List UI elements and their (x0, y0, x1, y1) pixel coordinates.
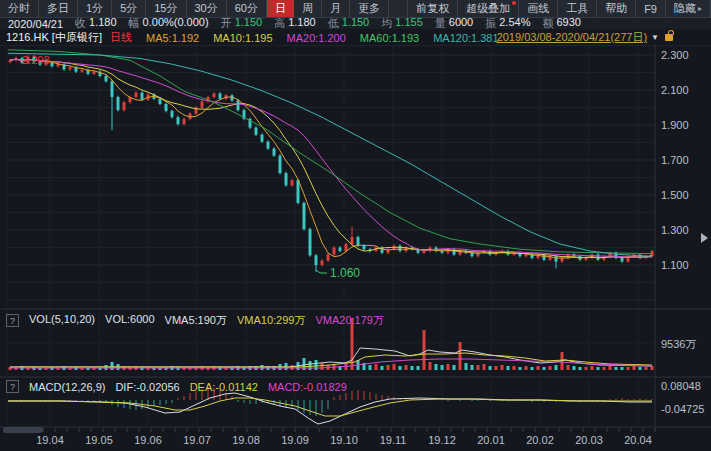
month-axis-label: 20.03 (575, 434, 603, 446)
ma-legend-item: MA5:1.192 (146, 32, 199, 44)
volume-bar (519, 367, 522, 370)
lowest-price-marker: 1.060 (330, 266, 360, 280)
expand-panel-arrow-icon[interactable] (701, 233, 708, 243)
candle-body (399, 246, 402, 251)
quote-fields: 收1.180幅0.00%(0.000)开1.150高1.180低1.150均1.… (75, 16, 581, 31)
price-axis-label: 1.900 (661, 119, 689, 131)
kline-type-label[interactable]: 日线 (110, 30, 132, 45)
macd-pane-legend: ? MACD(12,26,9)DIF:-0.02056DEA:-0.01142M… (6, 380, 347, 393)
help-icon[interactable]: ? (6, 314, 19, 327)
quote-field-value: 2.54% (499, 16, 530, 31)
volume-bar (411, 366, 414, 370)
candle-body (177, 117, 180, 124)
volume-bar (555, 365, 558, 370)
price-axis-label: 1.300 (661, 224, 689, 236)
candle-body (621, 258, 624, 262)
volume-bar (495, 366, 498, 370)
volume-bar (429, 362, 432, 370)
period-tab-30分[interactable]: 30分 (187, 0, 227, 17)
volume-bar (597, 367, 600, 370)
volume-legend-values: VOL(5,10,20)VOL:6000VMA5:190万VMA10:299万V… (29, 313, 384, 328)
chevron-right-icon: ▸ (698, 4, 702, 13)
candle-body (321, 261, 324, 265)
period-tab-60分[interactable]: 60分 (227, 0, 267, 17)
volume-bar (417, 366, 420, 370)
period-tab-1分[interactable]: 1分 (78, 0, 112, 17)
period-tab-周[interactable]: 周 (294, 0, 322, 17)
macd-scale-max-label: 0.08048 (661, 380, 701, 392)
period-tab-更多[interactable]: 更多 (350, 0, 389, 17)
period-tab-多日[interactable]: 多日 (39, 0, 78, 17)
volume-legend-segment: VMA10:299万 (237, 313, 305, 328)
toolbar-action-画线[interactable]: 画线 (519, 0, 558, 17)
toolbar-action-工具[interactable]: 工具 (558, 0, 597, 17)
volume-bar (591, 366, 594, 370)
candle-body (297, 180, 300, 203)
candle-body (345, 244, 348, 251)
volume-bar (489, 366, 492, 370)
macd-legend-segment: DEA:-0.01142 (190, 381, 258, 393)
toolbar-action-F9[interactable]: F9 (636, 0, 666, 17)
candle-body (363, 246, 366, 250)
period-tab-月[interactable]: 月 (322, 0, 350, 17)
candle-body (351, 237, 354, 244)
month-axis-label: 19.11 (380, 434, 407, 446)
volume-bar (447, 364, 450, 370)
ma-legend-item: MA60:1.193 (360, 32, 419, 44)
month-axis-label: 19.07 (183, 434, 211, 446)
volume-legend-segment: VOL(5,10,20) (29, 313, 95, 328)
volume-bar (393, 364, 396, 370)
horizontal-scrollbar-thumb[interactable] (3, 427, 43, 433)
candle-body (111, 81, 114, 97)
volume-bar (465, 363, 468, 370)
month-axis-label: 19.04 (36, 434, 64, 446)
quote-field-value: 6000 (449, 16, 473, 31)
candle-body (585, 258, 588, 260)
candle-body (261, 135, 264, 142)
volume-bar (567, 365, 570, 370)
candle-body (201, 101, 204, 107)
toolbar-action-帮助[interactable]: 帮助 (597, 0, 636, 17)
chevron-down-icon[interactable]: ▼ (651, 33, 659, 42)
month-axis-label: 20.01 (477, 434, 505, 446)
volume-bar (615, 367, 618, 370)
volume-bar (579, 367, 582, 370)
volume-bar (609, 366, 612, 370)
candle-body (333, 248, 336, 255)
macd-legend-segment: MACD(12,26,9) (29, 381, 105, 393)
toolbar-actions: 前复权超级叠加画线工具帮助F9隐藏▸ (407, 0, 711, 17)
volume-bar (633, 366, 636, 370)
date-range-selector[interactable]: 2019/03/08-2020/04/21(277日) ▼ (497, 30, 673, 45)
volume-bar (585, 367, 588, 370)
volume-bar (501, 365, 504, 370)
date-range-text[interactable]: 2019/03/08-2020/04/21(277日) (497, 30, 647, 45)
price-axis-label: 1.100 (661, 259, 689, 271)
quote-field-label: 均 (381, 16, 392, 31)
period-tab-15分[interactable]: 15分 (146, 0, 186, 17)
quote-field-label: 幅 (129, 16, 140, 31)
quote-field-label: 低 (328, 16, 339, 31)
volume-bar (627, 367, 630, 370)
volume-bar (483, 364, 486, 370)
toolbar-action-前复权[interactable]: 前复权 (407, 0, 458, 17)
candle-body (423, 251, 426, 253)
volume-bar (375, 364, 378, 370)
volume-bar (621, 367, 624, 370)
price-axis-label: 2.100 (661, 84, 689, 96)
period-tab-日[interactable]: 日 (267, 0, 294, 17)
candle-body (93, 72, 96, 74)
candle-body (141, 93, 144, 100)
unlock-icon[interactable] (665, 34, 673, 41)
help-icon[interactable]: ? (6, 380, 19, 393)
volume-bar (537, 366, 540, 370)
price-axis-label: 1.700 (661, 154, 689, 166)
macd-scale-min-label: -0.04725 (661, 403, 704, 415)
volume-bar (651, 366, 654, 370)
volume-bar (309, 361, 312, 370)
quote-field-label: 高 (274, 16, 285, 31)
period-tab-分时[interactable]: 分时 (0, 0, 39, 17)
toolbar-action-超级叠加[interactable]: 超级叠加 (458, 0, 519, 17)
toolbar-action-隐藏[interactable]: 隐藏▸ (666, 0, 711, 17)
period-tab-5分[interactable]: 5分 (112, 0, 146, 17)
quote-field-value: 1.150 (235, 16, 263, 31)
